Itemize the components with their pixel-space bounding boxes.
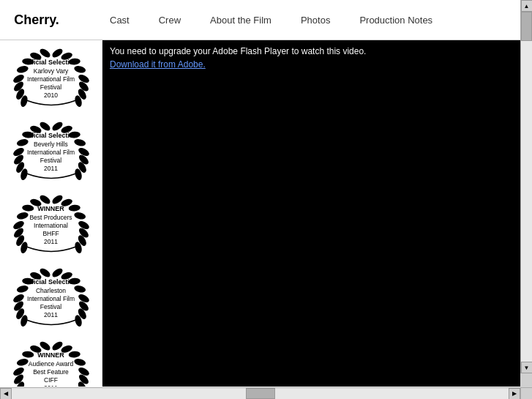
award-year-3: 2011 — [24, 311, 78, 319]
award-type-2: WINNER — [29, 205, 72, 214]
horizontal-scrollbar[interactable]: ◀ ▶ — [0, 387, 520, 399]
scroll-up-button[interactable]: ▲ — [521, 0, 533, 12]
scroll-right-button[interactable]: ▶ — [509, 388, 520, 400]
award-item-1: Official SelectionBeverly Hills Internat… — [7, 119, 95, 185]
vertical-scrollbar[interactable]: ▲ ▼ — [520, 0, 532, 373]
nav-link-about[interactable]: About the Film — [210, 15, 271, 26]
award-type-1: Official Selection — [24, 132, 78, 141]
award-year-4: 2011 — [29, 384, 73, 387]
content-area: Official SelectionKarlovy Vary Internati… — [0, 40, 520, 387]
award-year-1: 2011 — [24, 165, 78, 173]
award-type-0: Official Selection — [24, 59, 78, 67]
award-name-3: Charleston International Film Festival — [24, 287, 78, 311]
svg-point-72 — [78, 367, 90, 377]
scroll-thumb-vertical[interactable] — [521, 12, 532, 41]
nav-logo[interactable]: Cherry. — [7, 12, 66, 28]
scroll-thumb-horizontal[interactable] — [246, 388, 275, 399]
scrollbar-corner — [520, 387, 532, 399]
scroll-left-button[interactable]: ◀ — [0, 388, 12, 400]
nav-links: CastCrewAbout the FilmPhotosProduction N… — [110, 15, 513, 26]
video-container: You need to upgrade your Adobe Flash Pla… — [102, 40, 520, 387]
main-content: You need to upgrade your Adobe Flash Pla… — [102, 40, 520, 387]
flash-notice: You need to upgrade your Adobe Flash Pla… — [110, 46, 366, 56]
award-item-2: WINNERBest Producers International BHFF2… — [7, 193, 95, 258]
award-item-0: Official SelectionKarlovy Vary Internati… — [7, 46, 95, 112]
nav-link-photos[interactable]: Photos — [301, 15, 330, 26]
award-item-4: WINNERAudience Award Best Feature CIFF20… — [7, 339, 95, 387]
award-name-2: Best Producers International BHFF — [29, 214, 72, 238]
nav-link-cast[interactable]: Cast — [110, 15, 130, 26]
scroll-down-button[interactable]: ▼ — [521, 362, 533, 373]
flash-download-link[interactable]: Download it from Adobe. — [110, 59, 206, 70]
award-item-3: Official SelectionCharleston Internation… — [7, 266, 95, 332]
award-year-0: 2010 — [24, 92, 78, 100]
award-name-4: Audience Award Best Feature CIFF — [29, 360, 73, 384]
awards-sidebar: Official SelectionKarlovy Vary Internati… — [0, 40, 102, 387]
svg-point-40 — [78, 220, 90, 231]
navigation: Cherry. CastCrewAbout the FilmPhotosProd… — [0, 0, 520, 40]
award-type-4: WINNER — [29, 351, 73, 360]
award-type-3: Official Selection — [24, 278, 78, 287]
award-name-0: Karlovy Vary International Film Festival — [24, 67, 78, 92]
award-name-1: Beverly Hills International Film Festiva… — [24, 141, 78, 165]
nav-link-crew[interactable]: Crew — [159, 15, 181, 26]
svg-point-32 — [12, 220, 25, 231]
nav-link-production[interactable]: Production Notes — [359, 15, 432, 26]
award-year-2: 2011 — [29, 238, 72, 246]
scroll-track-horizontal[interactable] — [12, 388, 509, 399]
scroll-track-vertical[interactable] — [521, 12, 532, 362]
